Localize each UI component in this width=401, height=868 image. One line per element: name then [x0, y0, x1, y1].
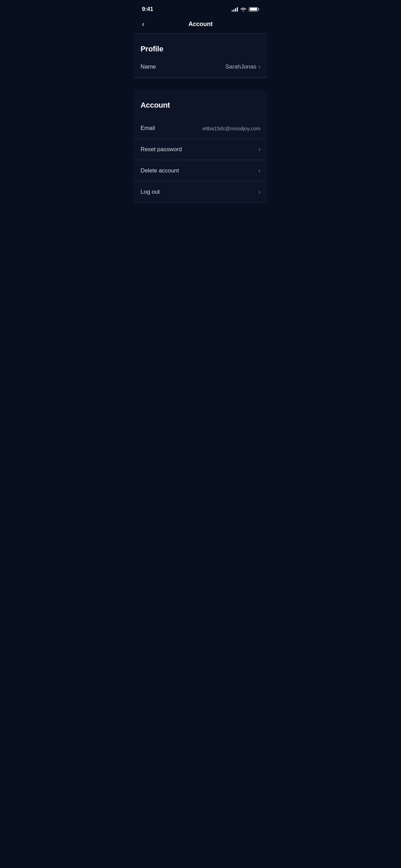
logout-action: Log out ›: [141, 188, 260, 195]
status-time: 9:41: [142, 6, 153, 13]
name-label: Name: [141, 63, 156, 70]
delete-account-chevron-icon: ›: [258, 167, 260, 174]
section-separator: [134, 79, 267, 90]
reset-password-chevron-icon: ›: [258, 146, 260, 153]
logout-row[interactable]: Log out ›: [134, 181, 267, 203]
account-section: Account Email e8ba15dc@moodjoy.com Reset…: [134, 90, 267, 203]
email-value: e8ba15dc@moodjoy.com: [203, 125, 260, 131]
delete-account-label: Delete account: [141, 167, 179, 174]
profile-section-header: Profile: [134, 34, 267, 56]
delete-account-action: Delete account ›: [141, 167, 260, 174]
name-row[interactable]: Name SarahJonas ›: [134, 56, 267, 77]
battery-icon: [249, 7, 259, 12]
profile-section: Profile Name SarahJonas ›: [134, 34, 267, 79]
page-title: Account: [189, 21, 213, 28]
status-bar: 9:41: [134, 0, 267, 17]
name-value: SarahJonas: [225, 63, 256, 70]
back-button[interactable]: ‹: [141, 19, 146, 29]
account-section-title: Account: [141, 101, 170, 109]
name-chevron-icon: ›: [258, 63, 260, 70]
nav-header: ‹ Account: [134, 17, 267, 34]
status-icons: [232, 7, 259, 12]
signal-icon: [232, 7, 238, 12]
reset-password-row[interactable]: Reset password ›: [134, 139, 267, 160]
name-value-group: SarahJonas ›: [225, 63, 260, 70]
email-row: Email e8ba15dc@moodjoy.com: [134, 118, 267, 139]
email-label: Email: [141, 125, 155, 132]
back-chevron-icon: ‹: [142, 21, 144, 28]
wifi-icon: [240, 7, 246, 12]
profile-section-title: Profile: [141, 45, 163, 53]
reset-password-label: Reset password: [141, 146, 182, 153]
logout-chevron-icon: ›: [258, 188, 260, 195]
account-section-header: Account: [134, 90, 267, 112]
reset-password-action: Reset password ›: [141, 146, 260, 153]
delete-account-row[interactable]: Delete account ›: [134, 160, 267, 181]
logout-label: Log out: [141, 189, 160, 195]
